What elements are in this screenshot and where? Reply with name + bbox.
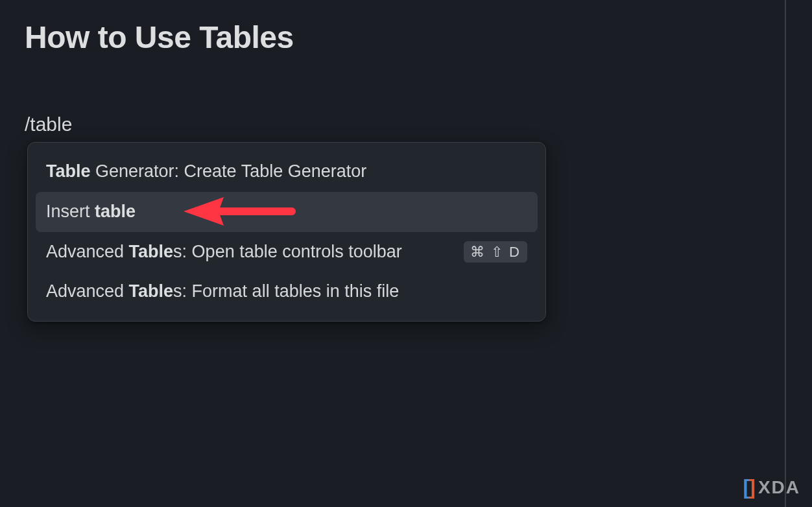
right-sidebar-strip xyxy=(786,0,812,507)
slash-command-input[interactable]: /table xyxy=(25,113,760,136)
command-palette: Table Generator: Create Table Generator … xyxy=(27,142,546,322)
menu-item-table-generator[interactable]: Table Generator: Create Table Generator xyxy=(36,152,538,192)
menu-item-label: Insert table xyxy=(46,201,527,223)
page-title: How to Use Tables xyxy=(25,19,760,55)
menu-item-advanced-open-toolbar[interactable]: Advanced Tables: Open table controls too… xyxy=(36,232,538,272)
xda-text: XDA xyxy=(758,477,800,498)
menu-item-advanced-format-all[interactable]: Advanced Tables: Format all tables in th… xyxy=(36,272,538,312)
menu-item-label: Advanced Tables: Open table controls too… xyxy=(46,241,457,263)
menu-item-insert-table[interactable]: Insert table xyxy=(36,192,538,232)
menu-item-label: Table Generator: Create Table Generator xyxy=(46,161,527,183)
xda-bracket-icon: [] xyxy=(743,475,754,499)
shortcut-badge: ⌘ ⇧ D xyxy=(464,241,527,263)
xda-watermark: [] XDA xyxy=(743,475,800,499)
editor-pane: How to Use Tables /table Table Generator… xyxy=(0,0,785,507)
menu-item-label: Advanced Tables: Format all tables in th… xyxy=(46,281,527,303)
